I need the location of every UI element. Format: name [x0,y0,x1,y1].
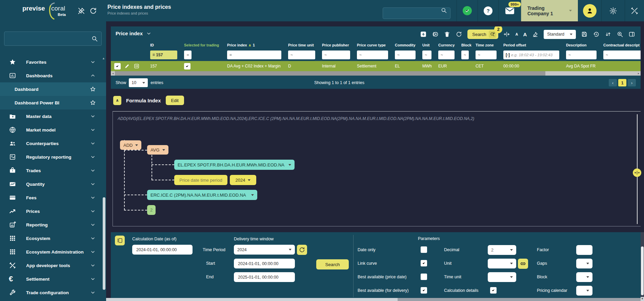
column-header-contractual-descript[interactable]: Contractual descript [600,43,641,47]
selected-for-trading-checkbox[interactable] [184,63,190,69]
sidebar-item-quantity[interactable]: Quantity [0,177,106,191]
filter-input-commodity[interactable]: ~ [395,51,416,59]
sidebar-item-dashboards[interactable]: Dashboards [0,69,106,82]
global-search-input[interactable] [383,7,450,19]
sidebar-item-regulatory-reporting[interactable]: Regulatory reporting [0,150,106,164]
sidebar-item-trades[interactable]: Trades [0,164,106,177]
card-title[interactable]: Price index [116,31,152,36]
edit-formula-button[interactable]: Edit [166,96,184,105]
sidebar-item-prices[interactable]: Prices [0,204,106,218]
star-outline-icon[interactable] [89,99,96,106]
param-select-pricing-calendar[interactable] [576,286,592,296]
sidebar-item-favorites[interactable]: Favorites [0,55,106,69]
column-header-description[interactable]: Description [563,43,600,47]
formula-node-operator[interactable]: AVG [147,145,168,155]
star-outline-icon[interactable] [89,86,96,93]
table-row[interactable]: 157DA Avg + C02 Index + MarginDInternalS… [111,61,641,71]
column-header-block[interactable]: Block [458,43,472,47]
end-input[interactable] [234,272,295,282]
system-status[interactable] [457,0,478,21]
filter-input-id[interactable]: = 157 [150,51,177,59]
formula-node-param-value[interactable]: 2024 [230,175,256,185]
column-header-currency[interactable]: Currency [435,43,458,47]
save-view-icon[interactable] [581,31,588,38]
param-select-time-unit[interactable] [488,272,516,282]
sidebar-item-ecosystem[interactable]: Ecosystem [0,232,106,245]
start-input[interactable] [234,259,295,268]
filter-input-unit[interactable]: ~ [422,51,431,59]
sidebar-item-settlement[interactable]: €Settlement [0,272,106,286]
param-select-decimal[interactable]: 2 [488,245,516,255]
panel-toggle-button[interactable] [115,236,125,245]
formula-node-series[interactable]: ERC.ICE.C (2PM).NA.NA.M.EUR.t.MID.EOD.NA [147,190,257,200]
next-page-button[interactable]: › [628,79,636,86]
column-header-commodity[interactable]: Commodity [391,43,419,47]
column-header-time-zone[interactable]: Time zone [472,43,500,47]
font-decrease-icon[interactable]: A [515,32,518,36]
search-icon[interactable] [91,35,98,42]
delete-icon[interactable] [444,31,450,38]
sidebar-item-master-data[interactable]: Master data [0,109,106,123]
sidebar-item-reporting[interactable]: Reporting [0,218,106,232]
view-preset-select[interactable]: Standard [544,30,576,39]
scrollbar-thumb[interactable] [106,298,398,301]
param-select-block[interactable] [576,272,592,282]
param-checkbox-date-only[interactable] [421,246,427,253]
filter-input-contractual-descript[interactable]: ~ [603,51,641,59]
layout-columns-icon[interactable] [628,31,635,38]
page-horizontal-scrollbar[interactable] [106,298,641,301]
param-input-factor[interactable] [576,245,592,255]
sidebar-item-market-model[interactable]: Market model [0,123,106,137]
app-logo[interactable]: previse coral Beta [22,5,65,12]
search-icon[interactable] [441,7,447,14]
formula-node-param-label[interactable]: Price date time period [174,175,227,185]
formula-node-series[interactable]: EL.EPEX SPOT.FR.BH.DA.H.EUR.MWh.MID.EOD.… [174,160,295,170]
param-select-gaps[interactable] [576,259,592,268]
history-icon[interactable] [593,31,600,38]
admin-tools-button[interactable] [625,0,644,21]
sidebar-item-dashboard-power-bi[interactable]: Dashboard Power BI [0,96,106,109]
filter-input-price-index[interactable]: = [227,51,281,59]
unit-link-button[interactable] [518,259,528,269]
column-header-price-time-unit[interactable]: Price time unit [285,43,319,47]
column-header-price-publisher[interactable]: Price publisher [319,43,354,47]
add-icon[interactable] [420,31,427,38]
scroll-down-icon[interactable]: ▼ [641,297,644,301]
details-icon[interactable] [134,63,140,69]
formula-node-constant[interactable]: 2 [147,205,156,215]
notifications-button[interactable]: 999+ [498,0,521,21]
column-header-id[interactable]: ID [147,43,181,47]
duplicate-icon[interactable] [432,31,439,38]
sidebar-item-dashboard[interactable]: Dashboard [0,82,106,96]
unpin-menu-icon[interactable] [77,7,85,15]
sidebar-scrollbar[interactable] [103,197,105,290]
filter-input-price-time-unit[interactable]: ~ [288,51,315,59]
sidebar-scroll-up-icon[interactable]: ▲ [102,57,105,60]
sidebar-search-input[interactable] [4,32,101,45]
sidebar-item-counterparties[interactable]: Counterparties [0,137,106,150]
table-horizontal-scrollbar[interactable]: ◂ ▸ [111,71,641,76]
param-select-unit[interactable] [488,259,516,268]
filter-input-price-curve-type[interactable]: ~ [357,51,388,59]
scroll-right-icon[interactable]: ▸ [637,72,641,75]
help-button[interactable]: ? [478,0,498,21]
clear-filters-icon[interactable] [532,31,539,38]
font-increase-icon[interactable]: A [523,32,527,37]
refresh-app-icon[interactable] [89,7,97,15]
prev-page-button[interactable]: ‹ [609,79,617,86]
scrollbar-thumb[interactable] [115,71,545,76]
column-header-price-curve-type[interactable]: Price curve type [354,43,391,47]
param-checkbox-link-curve[interactable] [421,260,427,266]
param-checkbox-best-available-for-delivery[interactable] [421,287,427,294]
refresh-period-button[interactable] [297,245,307,255]
user-menu-button[interactable] [578,0,601,21]
sync-icon[interactable] [605,31,611,38]
refresh-icon[interactable] [456,31,462,38]
current-page-button[interactable]: 1 [618,79,626,86]
collapse-formula-button[interactable]: ∧ [113,96,121,105]
table-search-button[interactable]: Search 2 [467,29,498,39]
filter-input-price-publisher[interactable]: ~ [322,51,350,59]
sidebar-item-trade-configuration[interactable]: Trade configuration [0,286,106,299]
filter-input-period-offset[interactable]: [-]e.g. 18:02:43 - 19:02:43 [503,51,559,59]
fit-columns-icon[interactable] [503,31,510,38]
